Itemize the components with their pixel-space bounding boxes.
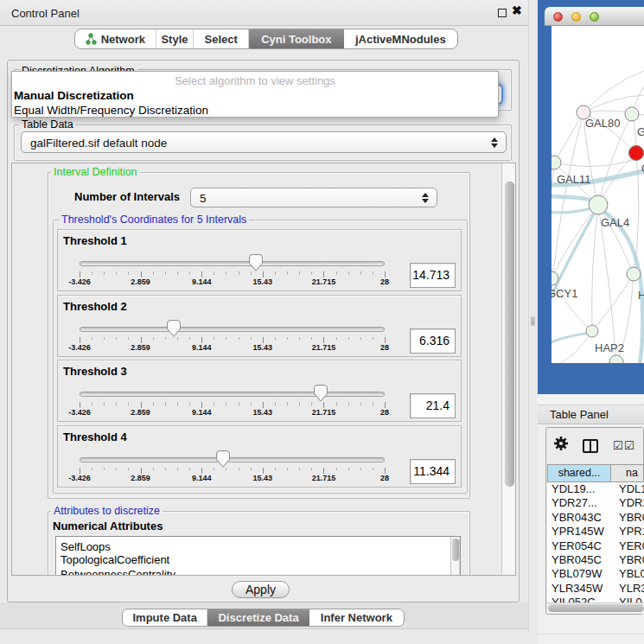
table-data-select[interactable]: galFiltered.sif default node xyxy=(21,131,507,153)
network-canvas[interactable]: GAL80 GA C GAL11 GAL4 GCY1 H HAP2 xyxy=(552,26,644,363)
table-hscrollbar-thumb[interactable] xyxy=(548,604,644,612)
column-header-shared-name[interactable]: shared... xyxy=(547,464,611,482)
list-scrollbar[interactable] xyxy=(450,537,460,576)
threshold-panel-3: Threshold 3 -3.426 2.859 9.144 15.43 21.… xyxy=(57,360,462,422)
popup-item-equal-width[interactable]: Equal Width/Frequency Discretization xyxy=(12,103,498,118)
slider-track[interactable] xyxy=(80,327,385,332)
slider-track[interactable] xyxy=(80,261,385,266)
table-row[interactable]: YBR043CYBR0 xyxy=(547,511,644,525)
divider xyxy=(538,634,644,634)
threshold-label: Threshold 2 xyxy=(63,300,127,313)
window-title: Control Panel xyxy=(11,7,80,20)
node-label: H xyxy=(638,289,644,302)
interval-definition-label: Interval Definition xyxy=(51,166,140,178)
network-icon xyxy=(86,33,97,45)
tab-infer-network[interactable]: Infer Network xyxy=(309,609,404,626)
tab-discretize-data[interactable]: Discretize Data xyxy=(207,609,309,626)
list-item[interactable]: SelfLoops xyxy=(56,537,460,552)
threshold-value-field[interactable]: 14.713 xyxy=(410,263,456,288)
table-panel-strip xyxy=(538,394,644,405)
close-icon[interactable]: ✖ xyxy=(512,3,522,17)
tab-jactivemnodules[interactable]: jActiveMNodules xyxy=(344,29,457,48)
table-row[interactable]: YDR27...YDR2 xyxy=(547,496,644,510)
column-header-name[interactable]: na xyxy=(610,464,644,482)
slider-track[interactable] xyxy=(80,457,385,462)
close-traffic-light[interactable] xyxy=(553,12,563,22)
table-row[interactable]: YLR345WYLR3 xyxy=(547,582,644,596)
table-row[interactable]: YBL079WYBL0 xyxy=(547,567,644,581)
table-row[interactable]: YPR145WYPR1 xyxy=(547,525,644,539)
tab-style[interactable]: Style xyxy=(156,29,194,48)
slider-thumb[interactable] xyxy=(216,450,230,468)
stepper-arrows-icon xyxy=(491,137,498,148)
threshold-label: Threshold 4 xyxy=(63,430,127,443)
top-tabbar: Network Style Select Cyni Toolbox jActiv… xyxy=(74,29,458,49)
threshold-value-field[interactable]: 21.4 xyxy=(410,393,456,418)
threshold-panel-4: Threshold 4 -3.426 2.859 9.144 15.43 21.… xyxy=(57,425,462,488)
table-row[interactable]: YER054CYER0 xyxy=(547,539,644,553)
table-panel-title: Table Panel xyxy=(550,408,609,421)
table-row[interactable]: YDL19...YDL1 xyxy=(547,482,644,496)
num-intervals-select[interactable]: 5 xyxy=(190,188,437,207)
node-label: GAL4 xyxy=(601,216,629,229)
threshold-label: Threshold 1 xyxy=(63,234,127,247)
list-item[interactable]: TopologicalCoefficient xyxy=(56,552,460,568)
table-row[interactable]: YBR045CYBR0 xyxy=(547,553,644,567)
attributes-group-label: Attributes to discretize xyxy=(51,505,163,517)
thresholds-group-label: Threshold's Coordinates for 5 Intervals xyxy=(59,214,249,226)
slider-thumb[interactable] xyxy=(249,254,263,271)
node-label: HAP2 xyxy=(595,341,624,354)
apply-button[interactable]: Apply xyxy=(232,581,290,598)
table-data-group-label: Table Data xyxy=(19,118,76,131)
numerical-attributes-list: SelfLoops TopologicalCoefficient Between… xyxy=(55,536,461,576)
tab-select[interactable]: Select xyxy=(194,29,249,48)
numerical-attributes-label: Numerical Attributes xyxy=(53,520,163,532)
threshold-value-field[interactable]: 11.344 xyxy=(410,459,456,484)
table-row[interactable]: YIL052CYIL0 xyxy=(547,596,644,603)
window-edge xyxy=(528,0,529,631)
bottom-tabbar: Impute Data Discretize Data Infer Networ… xyxy=(122,609,405,627)
zoom-traffic-light[interactable] xyxy=(590,12,599,22)
slider-track[interactable] xyxy=(80,392,385,397)
node-label: GCY1 xyxy=(552,287,577,300)
network-window-titlebar xyxy=(545,7,644,26)
slider-thumb[interactable] xyxy=(314,385,328,402)
minimize-traffic-light[interactable] xyxy=(571,12,581,22)
node-label: GAL80 xyxy=(585,117,620,130)
column-layout-icon[interactable] xyxy=(583,439,598,453)
popup-item-manual[interactable]: Manual Discretization xyxy=(12,88,498,103)
tab-network[interactable]: Network xyxy=(75,29,156,48)
list-item[interactable]: BetweennessCentrality xyxy=(56,567,460,576)
num-intervals-label: Number of Intervals xyxy=(74,190,180,203)
float-window-icon[interactable] xyxy=(498,9,507,17)
settings-scrollbar[interactable] xyxy=(501,163,516,576)
tab-impute-data[interactable]: Impute Data xyxy=(123,609,207,626)
settings-scroll-viewport: Interval Definition Number of Intervals … xyxy=(11,163,516,576)
threshold-panel-2: Threshold 2 -3.426 2.859 9.144 15.43 21.… xyxy=(57,295,462,357)
node-label: GAL11 xyxy=(557,173,591,186)
tab-cyni-toolbox[interactable]: Cyni Toolbox xyxy=(249,29,344,48)
threshold-panel-1: Threshold 1 -3.426 2.859 9.144 15.43 21.… xyxy=(57,229,462,291)
slider-thumb[interactable] xyxy=(167,320,181,337)
threshold-label: Threshold 3 xyxy=(63,365,127,378)
threshold-value-field[interactable]: 6.316 xyxy=(410,328,456,354)
node-label: GA xyxy=(637,125,644,138)
gear-icon[interactable] xyxy=(553,436,569,456)
table-rows: YDL19...YDL1YDR27...YDR2YBR043CYBR0YPR14… xyxy=(547,482,644,603)
checkbox-icon[interactable]: ☑ xyxy=(613,439,623,452)
application: Control Panel ✖ Network Style Select Cyn… xyxy=(0,0,644,644)
popup-hint: Select algorithm to view settings xyxy=(12,73,498,88)
checkbox-icon[interactable]: ☑ xyxy=(624,439,634,452)
algorithm-dropdown-popup: Select algorithm to view settings Manual… xyxy=(11,71,499,118)
split-pane-handle[interactable] xyxy=(531,316,535,326)
stepper-arrows-icon xyxy=(422,193,429,203)
